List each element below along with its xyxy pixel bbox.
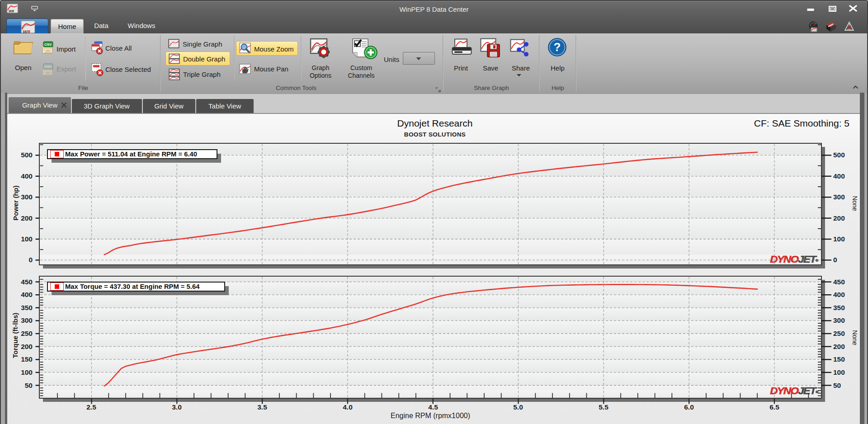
svg-text:CSV: CSV bbox=[44, 65, 52, 69]
svg-text:CSV: CSV bbox=[44, 42, 52, 47]
svg-text:?: ? bbox=[554, 40, 561, 54]
